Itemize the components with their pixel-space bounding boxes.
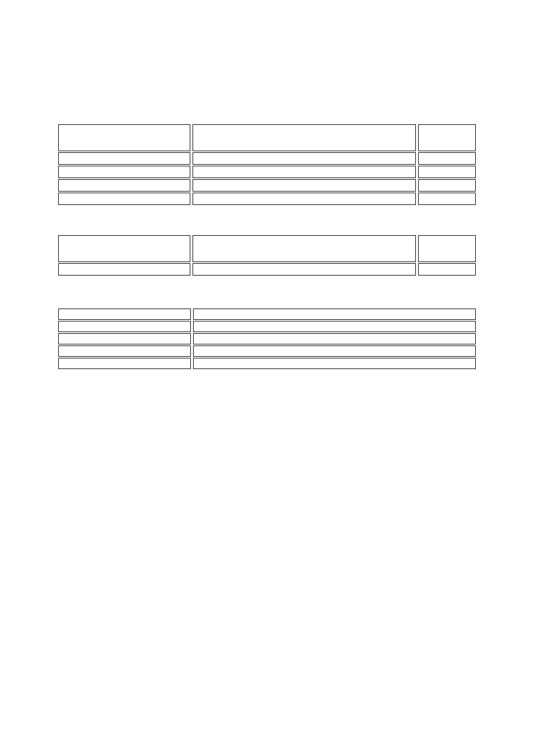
table-cell bbox=[193, 193, 416, 205]
table-cell bbox=[58, 263, 190, 276]
table-cell bbox=[58, 346, 191, 357]
table-cell bbox=[58, 166, 190, 178]
table-cell bbox=[193, 333, 476, 344]
table-cell bbox=[193, 152, 416, 165]
page-content bbox=[0, 0, 534, 454]
table-cell bbox=[193, 124, 416, 151]
table-1 bbox=[56, 123, 478, 206]
table-cell bbox=[193, 321, 476, 332]
table-cell bbox=[418, 193, 476, 205]
table-3 bbox=[56, 307, 478, 370]
table-cell bbox=[418, 152, 476, 165]
table-row bbox=[58, 346, 476, 357]
table-row bbox=[58, 152, 476, 165]
table-row bbox=[58, 321, 476, 332]
table-cell bbox=[58, 124, 190, 151]
table-cell bbox=[418, 124, 476, 151]
table-row bbox=[58, 166, 476, 178]
table-row bbox=[58, 193, 476, 205]
table-cell bbox=[193, 358, 476, 369]
table-cell bbox=[58, 309, 191, 320]
table-cell bbox=[58, 193, 190, 205]
table-cell bbox=[58, 358, 191, 369]
table-cell bbox=[58, 235, 190, 262]
table-cell bbox=[418, 179, 476, 192]
table-row bbox=[58, 235, 476, 262]
table-cell bbox=[418, 263, 476, 276]
table-cell bbox=[193, 235, 416, 262]
table-cell bbox=[58, 321, 191, 332]
table-cell bbox=[193, 166, 416, 178]
table-cell bbox=[193, 309, 476, 320]
table-cell bbox=[193, 263, 416, 276]
table-row bbox=[58, 124, 476, 151]
table-row bbox=[58, 179, 476, 192]
table-cell bbox=[193, 179, 416, 192]
table-cell bbox=[193, 346, 476, 357]
table-cell bbox=[418, 235, 476, 262]
table-cell bbox=[58, 179, 190, 192]
table-row bbox=[58, 309, 476, 320]
table-row bbox=[58, 358, 476, 369]
table-cell bbox=[418, 166, 476, 178]
table-row bbox=[58, 263, 476, 276]
table-cell bbox=[58, 333, 191, 344]
table-row bbox=[58, 333, 476, 344]
table-2 bbox=[56, 234, 478, 277]
table-cell bbox=[58, 152, 190, 165]
